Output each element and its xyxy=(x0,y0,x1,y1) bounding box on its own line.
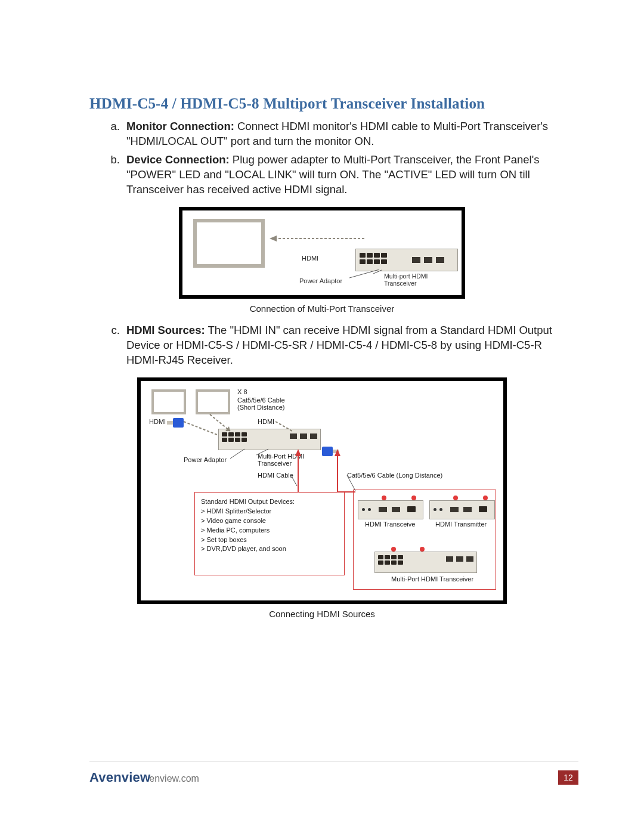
transceiver-icon xyxy=(355,249,458,271)
transceiver-icon xyxy=(218,429,321,450)
label-power-adaptor: Power Adaptor xyxy=(184,456,227,464)
figure-2: X 8 Cat5/5e/6 Cable(Short Distance) HDMI… xyxy=(137,377,507,604)
std-line: > DVR,DVD player, and soon xyxy=(201,544,338,554)
monitor-icon xyxy=(151,389,186,414)
std-line: > HDMI Splitter/Selector xyxy=(201,507,338,516)
brand-logo: Avenview enview.com xyxy=(89,770,199,785)
label-x8: X 8 xyxy=(237,388,247,396)
figure-1-caption: Connection of Multi-Port Transceiver xyxy=(89,304,555,314)
label-hdmi-transceive: HDMI Transceive xyxy=(365,521,415,528)
item-c-label: HDMI Sources: xyxy=(126,324,205,336)
instruction-list-1: Monitor Connection: Connect HDMI monitor… xyxy=(89,119,555,197)
std-line: > Media PC, computers xyxy=(201,526,338,535)
label-cable-long: Cat5/5e/6 Cable (Long Distance) xyxy=(347,472,442,479)
label-hdmi: HDMI xyxy=(302,255,318,262)
transceiver-icon xyxy=(374,552,477,573)
logo-text: Avenview xyxy=(89,770,150,785)
monitor-icon xyxy=(196,389,230,414)
page-number: 12 xyxy=(558,770,578,785)
label-transceiver: Multi-port HDMI Transceiver xyxy=(384,272,462,287)
section-heading: HDMI-C5-4 / HDMI-C5-8 Multiport Transcei… xyxy=(89,95,555,112)
std-title: Standard HDMI Output Devices: xyxy=(201,497,338,507)
red-dot-icon xyxy=(391,547,396,552)
figure-2-caption: Connecting HDMI Sources xyxy=(89,609,555,619)
page: HDMI-C5-4 / HDMI-C5-8 Multiport Transcei… xyxy=(0,0,644,833)
arrow-icon xyxy=(270,234,367,243)
item-a: Monitor Connection: Connect HDMI monitor… xyxy=(123,119,555,149)
label-hdmi-right: HDMI xyxy=(258,418,274,426)
label-hdmi-cable: HDMI Cable xyxy=(258,472,293,479)
hdmi-plug-icon xyxy=(322,445,339,455)
label-mp-transceiver: Multi-Port HDMITransceiver xyxy=(258,453,304,467)
label-hdmi-left: HDMI xyxy=(149,418,166,426)
logo-domain: enview.com xyxy=(149,773,199,784)
item-a-label: Monitor Connection: xyxy=(126,120,234,132)
red-dot-icon xyxy=(453,496,458,500)
label-mp-transceiver-bottom: Multi-Port HDMI Transceiver xyxy=(391,575,473,583)
std-line: > Set top boxes xyxy=(201,535,338,545)
monitor-icon xyxy=(193,219,265,268)
red-dot-icon xyxy=(382,496,386,500)
hdmi-transceive-icon xyxy=(358,500,423,519)
item-b-label: Device Connection: xyxy=(126,153,230,166)
figure-1: HDMI Power Adaptor Multi-port HDMI Trans… xyxy=(179,207,465,299)
item-b: Device Connection: Plug power adapter to… xyxy=(123,153,555,197)
leader-line-icon xyxy=(349,270,382,279)
hdmi-plug-icon xyxy=(167,417,184,426)
instruction-list-2: HDMI Sources: The "HDMI IN" can receive … xyxy=(89,323,555,368)
std-devices-box: Standard HDMI Output Devices: > HDMI Spl… xyxy=(194,492,345,575)
page-footer: Avenview enview.com 12 xyxy=(89,761,578,785)
item-c: HDMI Sources: The "HDMI IN" can receive … xyxy=(123,323,555,368)
hdmi-transmitter-icon xyxy=(429,500,495,519)
label-hdmi-transmitter: HDMI Transmitter xyxy=(435,521,487,528)
std-line: > Video game console xyxy=(201,516,338,526)
red-dot-icon xyxy=(420,547,425,552)
label-power-adaptor: Power Adaptor xyxy=(299,277,342,284)
red-dot-icon xyxy=(411,496,416,500)
label-cable-short: Cat5/5e/6 Cable(Short Distance) xyxy=(237,397,285,411)
red-dot-icon xyxy=(483,496,488,500)
